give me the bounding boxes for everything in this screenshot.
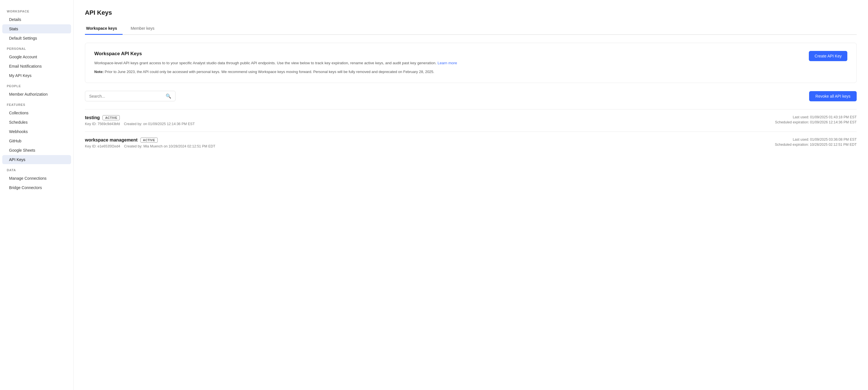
- api-key-id-value: 7569c9d43bfd: [97, 122, 120, 126]
- search-icon: 🔍: [166, 93, 171, 99]
- api-key-last-used-workspace-management: Last used: 01/09/2025 03:36:08 PM EST: [775, 137, 857, 141]
- search-box[interactable]: 🔍: [85, 91, 176, 101]
- sidebar-item-manage-connections[interactable]: Manage Connections: [2, 174, 71, 183]
- page-title: API Keys: [85, 9, 857, 17]
- api-key-left-workspace-management: workspace management ACTIVE Key ID: e1e6…: [85, 137, 215, 148]
- api-key-right-testing: Last used: 01/09/2025 01:43:18 PM EST Sc…: [775, 115, 857, 125]
- main-content: API Keys Workspace keys Member keys Work…: [73, 0, 868, 390]
- sidebar-item-bridge-connectors[interactable]: Bridge Connectors: [2, 183, 71, 192]
- sidebar-item-my-api-keys[interactable]: My API Keys: [2, 71, 71, 80]
- api-key-last-used-testing: Last used: 01/09/2025 01:43:18 PM EST: [775, 115, 857, 119]
- sidebar-item-github[interactable]: GitHub: [2, 136, 71, 145]
- api-key-created-value: on 01/09/2025 12:14:36 PM EST: [143, 122, 195, 126]
- sidebar-item-google-sheets[interactable]: Google Sheets: [2, 146, 71, 155]
- api-key-expiration-workspace-management: Scheduled expiration: 10/28/2025 02:12:5…: [775, 143, 857, 147]
- sidebar-item-default-settings[interactable]: Default Settings: [2, 34, 71, 43]
- api-key-item-testing: testing ACTIVE Key ID: 7569c9d43bfd Crea…: [85, 109, 857, 132]
- sidebar-section-people: PEOPLE: [0, 80, 73, 90]
- sidebar-item-details[interactable]: Details: [2, 15, 71, 24]
- api-key-name-workspace-management: workspace management: [85, 137, 137, 143]
- api-key-meta-workspace-management: Key ID: e1e6535f2ed4 Created by: Mia Mue…: [85, 144, 215, 148]
- sidebar-section-workspace: WORKSPACE: [0, 6, 73, 15]
- api-key-created-label: Created by:: [124, 122, 143, 126]
- sidebar-section-data: DATA: [0, 164, 73, 173]
- learn-more-link[interactable]: Learn more: [437, 61, 457, 65]
- sidebar: WORKSPACE Details Stats Default Settings…: [0, 0, 73, 390]
- section-title: Workspace API Keys: [94, 51, 847, 57]
- sidebar-item-webhooks[interactable]: Webhooks: [2, 127, 71, 136]
- api-key-status-badge-testing: ACTIVE: [102, 115, 120, 120]
- workspace-api-keys-section: Workspace API Keys Workspace-level API k…: [85, 43, 857, 83]
- api-key-created-label-2: Created by:: [124, 144, 143, 148]
- sidebar-item-schedules[interactable]: Schedules: [2, 118, 71, 127]
- search-revoke-row: 🔍 Revoke all API keys: [85, 91, 857, 101]
- api-key-item-workspace-management: workspace management ACTIVE Key ID: e1e6…: [85, 132, 857, 154]
- api-key-name-row: testing ACTIVE: [85, 115, 195, 120]
- api-key-name-testing: testing: [85, 115, 100, 120]
- sidebar-item-member-authorization[interactable]: Member Authorization: [2, 90, 71, 99]
- sidebar-section-features: FEATURES: [0, 99, 73, 108]
- sidebar-section-personal: PERSONAL: [0, 43, 73, 52]
- api-key-status-badge-workspace-management: ACTIVE: [141, 137, 158, 143]
- tab-member-keys[interactable]: Member keys: [129, 23, 160, 35]
- sidebar-item-email-notifications[interactable]: Email Notifications: [2, 62, 71, 71]
- api-key-right-workspace-management: Last used: 01/09/2025 03:36:08 PM EST Sc…: [775, 137, 857, 148]
- tab-workspace-keys[interactable]: Workspace keys: [85, 23, 123, 35]
- sidebar-item-stats[interactable]: Stats: [2, 24, 71, 33]
- create-api-key-button[interactable]: Create API Key: [809, 51, 847, 61]
- api-key-expiration-testing: Scheduled expiration: 01/09/2026 12:14:3…: [775, 120, 857, 124]
- sidebar-item-google-account[interactable]: Google Account: [2, 52, 71, 61]
- api-key-id-label: Key ID:: [85, 122, 97, 126]
- api-key-meta-testing: Key ID: 7569c9d43bfd Created by: on 01/0…: [85, 122, 195, 126]
- search-input[interactable]: [89, 94, 164, 98]
- api-key-id-value-2: e1e6535f2ed4: [97, 144, 120, 148]
- sidebar-item-collections[interactable]: Collections: [2, 108, 71, 118]
- sidebar-item-api-keys[interactable]: API Keys: [2, 155, 71, 164]
- section-description: Workspace-level API keys grant access to…: [94, 60, 847, 66]
- api-key-name-row-2: workspace management ACTIVE: [85, 137, 215, 143]
- api-key-created-value-2: Mia Muench on 10/28/2024 02:12:51 PM EDT: [143, 144, 215, 148]
- api-key-list: testing ACTIVE Key ID: 7569c9d43bfd Crea…: [85, 109, 857, 154]
- tabs: Workspace keys Member keys: [85, 23, 857, 35]
- api-key-left-testing: testing ACTIVE Key ID: 7569c9d43bfd Crea…: [85, 115, 195, 126]
- revoke-all-api-keys-button[interactable]: Revoke all API keys: [809, 91, 857, 101]
- section-note: Note: Prior to June 2023, the API could …: [94, 69, 847, 75]
- api-key-id-label-2: Key ID:: [85, 144, 97, 148]
